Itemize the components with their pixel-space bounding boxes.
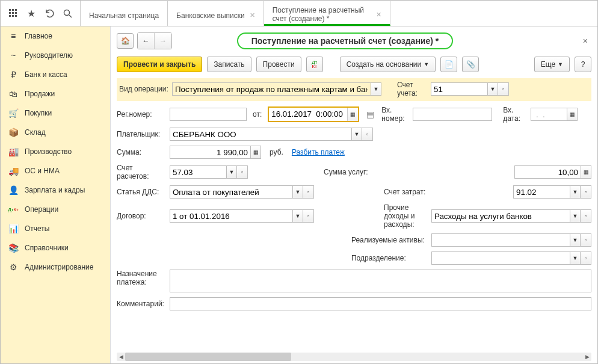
sidebar-item-purchases[interactable]: 🛒Покупки — [1, 103, 110, 123]
sidebar-item-catalogs[interactable]: 📚Справочники — [1, 238, 110, 258]
split-payment-link[interactable]: Разбить платеж — [292, 148, 345, 156]
attach-button[interactable]: 📎 — [462, 57, 479, 72]
calc-icon[interactable]: ▦ — [250, 146, 261, 159]
other-income-field[interactable]: ▼ ▫ — [431, 209, 591, 223]
reg-number-input[interactable] — [170, 108, 247, 121]
scroll-thumb[interactable] — [125, 353, 291, 361]
open-icon[interactable]: ▫ — [303, 209, 314, 223]
calendar-icon[interactable]: ▦ — [567, 108, 578, 121]
close-icon[interactable]: ✕ — [376, 11, 381, 19]
more-button[interactable]: Еще ▼ — [534, 57, 570, 72]
svg-rect-0 — [9, 9, 11, 11]
payer-field[interactable]: ▼ ▫ — [170, 128, 373, 141]
purpose-label: Назначение платежа: — [117, 270, 166, 286]
contract-field[interactable]: ▼ ▫ — [170, 209, 314, 223]
help-button[interactable]: ? — [575, 57, 591, 72]
dropdown-icon[interactable]: ▼ — [371, 82, 381, 96]
post-button[interactable]: Провести — [256, 57, 301, 72]
calendar-icon[interactable]: ▦ — [347, 108, 358, 121]
sidebar-item-manager[interactable]: ~Руководителю — [1, 46, 110, 65]
close-icon[interactable]: ✕ — [250, 11, 255, 19]
ruble-icon: ₽ — [8, 70, 19, 79]
debit-credit-icon: ДтКт — [8, 208, 19, 212]
dds-field[interactable]: ▼ ▫ — [170, 185, 314, 199]
dropdown-icon[interactable]: ▼ — [351, 128, 362, 141]
sidebar-item-admin[interactable]: ⚙Администрирование — [1, 258, 110, 277]
calc-icon[interactable]: ▦ — [581, 165, 591, 179]
history-icon[interactable] — [42, 5, 57, 21]
date-field[interactable]: ▦ — [268, 106, 359, 122]
svg-rect-4 — [12, 12, 14, 14]
open-icon[interactable]: ▫ — [581, 209, 591, 223]
assets-field[interactable]: ▼ ▫ — [431, 233, 591, 247]
h-scrollbar[interactable]: ◀ ▶ — [117, 353, 591, 361]
tab-receipt[interactable]: Поступление на расчетный счет (создание)… — [264, 1, 390, 26]
other-income-label: Прочие доходы и расходы: — [384, 203, 428, 229]
department-field[interactable]: ▼ ▫ — [431, 251, 591, 265]
sidebar-item-reports[interactable]: 📊Отчеты — [1, 219, 110, 238]
tab-home[interactable]: Начальная страница — [81, 1, 168, 26]
dropdown-icon[interactable]: ▼ — [292, 209, 303, 223]
op-type-label: Вид операции: — [119, 85, 168, 93]
department-label: Подразделение: — [351, 254, 428, 262]
dropdown-icon[interactable]: ▼ — [292, 185, 303, 199]
dds-label: Статья ДДС: — [117, 188, 166, 196]
in-date-field[interactable]: ▦ — [531, 108, 578, 121]
forward-button[interactable]: → — [155, 33, 171, 49]
op-type-field[interactable]: ▼ — [172, 82, 381, 96]
svg-rect-6 — [9, 15, 11, 17]
back-button[interactable]: ← — [138, 33, 155, 49]
settle-account-field[interactable]: ▼ ▫ — [170, 165, 248, 179]
close-button[interactable]: × — [579, 36, 591, 46]
open-icon[interactable]: ▫ — [303, 185, 314, 199]
purpose-input[interactable] — [170, 270, 591, 292]
cost-account-field[interactable]: ▼ ▫ — [513, 185, 591, 199]
sum-field[interactable]: ▦ — [170, 146, 261, 159]
sidebar-item-bank[interactable]: ₽Банк и касса — [1, 65, 110, 84]
dropdown-icon[interactable]: ▼ — [487, 82, 498, 96]
star-icon[interactable]: ★ — [23, 5, 39, 21]
post-and-close-button[interactable]: Провести и закрыть — [117, 57, 202, 72]
top-bar: ★ Начальная страница Банковские выписки✕… — [1, 1, 597, 26]
scroll-right-icon[interactable]: ▶ — [583, 353, 591, 361]
tab-bank-statements[interactable]: Банковские выписки✕ — [168, 1, 264, 26]
dropdown-icon[interactable]: ▼ — [570, 251, 581, 265]
dropdown-icon[interactable]: ▼ — [570, 233, 581, 247]
sidebar-item-sales[interactable]: 🛍Продажи — [1, 84, 110, 103]
sidebar-item-production[interactable]: 🏭Производство — [1, 142, 110, 161]
dropdown-icon[interactable]: ▼ — [570, 209, 581, 223]
scroll-left-icon[interactable]: ◀ — [117, 353, 125, 361]
sidebar-item-warehouse[interactable]: 📦Склад — [1, 123, 110, 142]
sidebar-item-main[interactable]: ≡Главное — [1, 26, 110, 46]
open-icon[interactable]: ▫ — [581, 251, 591, 265]
svc-sum-field[interactable]: ▦ — [514, 165, 591, 179]
currency-label: руб. — [270, 148, 283, 156]
save-button[interactable]: Записать — [207, 57, 251, 72]
svg-rect-5 — [15, 12, 17, 14]
open-icon[interactable]: ▫ — [362, 128, 373, 141]
create-based-button[interactable]: Создать на основании ▼ — [340, 57, 436, 72]
sidebar-item-assets[interactable]: 🚚ОС и НМА — [1, 161, 110, 180]
search-icon[interactable] — [60, 5, 75, 21]
open-icon[interactable]: ▫ — [581, 185, 591, 199]
reg-number-label: Рег.номер: — [117, 110, 166, 119]
debit-credit-button[interactable]: ДтКт — [306, 57, 323, 72]
settle-account-label: Счет расчетов: — [117, 164, 166, 180]
sidebar-item-operations[interactable]: ДтКтОперации — [1, 200, 110, 219]
home-button[interactable]: 🏠 — [117, 33, 134, 49]
dropdown-icon[interactable]: ▼ — [570, 185, 581, 199]
apps-icon[interactable] — [5, 5, 21, 21]
open-icon[interactable]: ▫ — [237, 165, 248, 179]
sidebar-item-hr[interactable]: 👤Зарплата и кадры — [1, 180, 110, 200]
tab-bar: Начальная страница Банковские выписки✕ П… — [81, 1, 390, 26]
menu-icon: ≡ — [8, 31, 19, 41]
account-field[interactable]: ▼ ▫ — [431, 82, 509, 96]
print-button[interactable]: 📄 — [440, 57, 457, 72]
open-icon[interactable]: ▫ — [498, 82, 509, 96]
svc-sum-label: Сумма услуг: — [324, 168, 390, 176]
dropdown-icon[interactable]: ▼ — [226, 165, 237, 179]
in-number-input[interactable] — [413, 108, 492, 121]
payer-label: Плательщик: — [117, 130, 166, 138]
comment-input[interactable] — [170, 297, 591, 310]
open-icon[interactable]: ▫ — [581, 233, 591, 247]
